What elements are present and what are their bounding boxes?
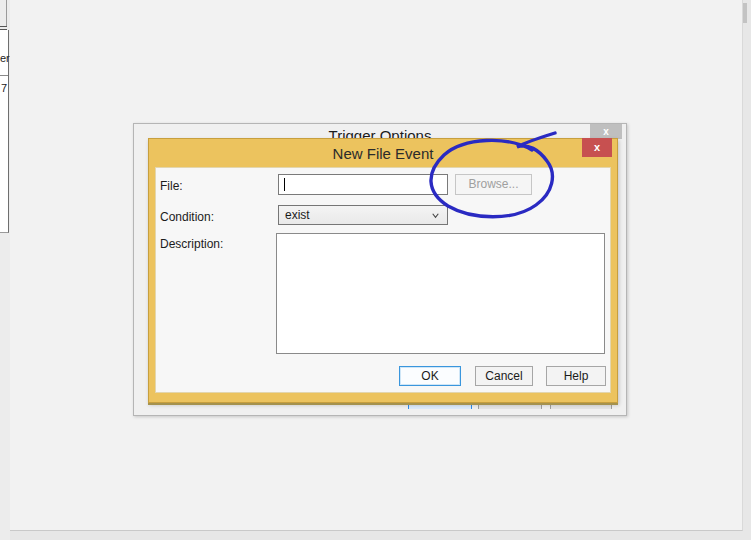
close-icon[interactable]: x [590,124,622,139]
divider [6,0,7,26]
condition-label: Condition: [160,210,214,224]
chevron-down-icon [432,212,439,219]
file-label: File: [160,179,183,193]
close-icon[interactable]: x [582,138,612,157]
divider [0,26,7,27]
background-text-fragment: er [0,52,10,64]
trigger-options-help-button-partial[interactable] [550,403,612,409]
condition-value: exist [285,208,310,222]
background-window-fragment: er 7 [0,0,10,540]
trigger-options-ok-button-partial[interactable] [408,403,472,409]
description-label: Description: [160,237,223,251]
file-input[interactable] [278,174,448,195]
new-file-event-title: New File Event [148,145,618,162]
trigger-options-cancel-button-partial[interactable] [478,403,542,409]
text-caret [284,178,285,191]
condition-dropdown[interactable]: exist [278,205,448,225]
divider [0,75,8,76]
browse-button: Browse... [455,174,532,195]
help-button[interactable]: Help [546,366,606,386]
background-text-fragment: 7 [1,82,7,94]
description-textarea[interactable] [276,233,605,354]
ok-button[interactable]: OK [399,366,461,386]
cancel-button[interactable]: Cancel [475,366,533,386]
